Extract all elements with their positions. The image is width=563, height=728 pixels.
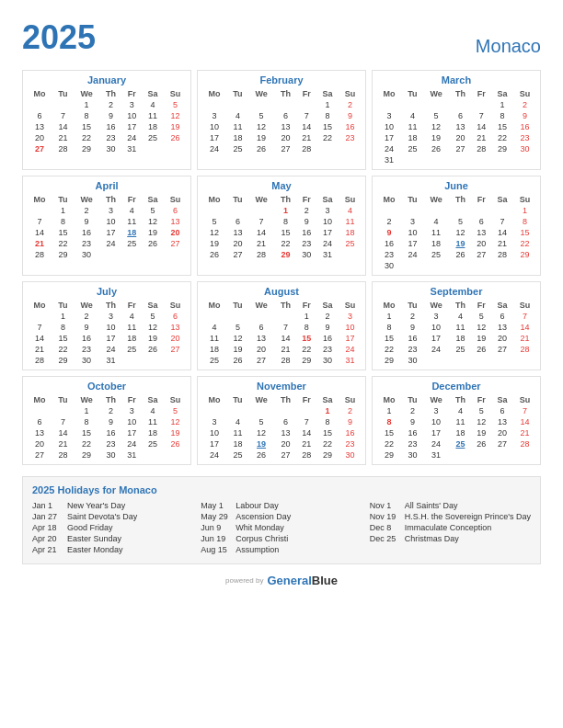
calendar-day: 18: [227, 438, 247, 449]
day-header: Tu: [402, 194, 422, 205]
day-header: We: [248, 194, 275, 205]
calendar-day: [423, 154, 450, 165]
calendar-day: 9: [402, 322, 422, 333]
calendar-day: 4: [423, 216, 450, 227]
calendar-day: [227, 405, 247, 416]
calendar-day: 14: [471, 121, 491, 132]
day-header: We: [74, 300, 100, 311]
calendar-day: 31: [423, 449, 450, 461]
calendar-day: 12: [164, 416, 187, 427]
day-header: Sa: [491, 394, 513, 405]
calendar-day: 3: [376, 110, 402, 121]
calendar-day: 11: [402, 121, 422, 132]
calendar-grid: JanuaryMoTuWeThFrSaSu1234567891011121314…: [22, 70, 541, 465]
month-block-october: OctoberMoTuWeThFrSaSu1234567891011121314…: [22, 376, 191, 465]
day-header: Tu: [227, 194, 247, 205]
calendar-day: 27: [27, 143, 52, 154]
calendar-day: 20: [275, 438, 297, 449]
calendar-day: 9: [402, 416, 422, 427]
holiday-row: Dec 25Christmas Day: [370, 534, 531, 543]
day-header: Su: [513, 194, 536, 205]
calendar-day: 12: [227, 333, 247, 344]
day-header: Fr: [296, 300, 316, 311]
day-header: Su: [339, 194, 362, 205]
holiday-date: Apr 21: [32, 545, 63, 554]
month-table: MoTuWeThFrSaSu12345678910111213141516171…: [201, 194, 362, 260]
calendar-day: 9: [339, 416, 362, 427]
calendar-day: [248, 205, 275, 216]
calendar-day: 25: [121, 344, 142, 355]
calendar-day: 7: [513, 311, 536, 322]
holiday-date: Jan 27: [32, 512, 63, 521]
calendar-day: 30: [402, 449, 422, 461]
calendar-day: [275, 99, 297, 110]
calendar-day: 13: [164, 322, 187, 333]
day-header: Su: [339, 88, 362, 99]
holiday-row: Jun 19Corpus Christi: [201, 534, 362, 543]
calendar-day: 28: [513, 344, 536, 355]
day-header: Tu: [52, 88, 73, 99]
day-header: We: [248, 300, 275, 311]
calendar-day: 26: [201, 249, 227, 260]
calendar-day: 3: [423, 311, 450, 322]
calendar-day: 5: [450, 216, 472, 227]
month-block-september: SeptemberMoTuWeThFrSaSu12345678910111213…: [372, 281, 541, 370]
calendar-day: 10: [376, 121, 402, 132]
calendar-day: 13: [450, 121, 472, 132]
calendar-day: 11: [121, 322, 142, 333]
calendar-day: 10: [316, 216, 339, 227]
month-block-december: DecemberMoTuWeThFrSaSu123456789101112131…: [372, 376, 541, 465]
calendar-day: 27: [491, 344, 513, 355]
calendar-day: [164, 355, 187, 366]
calendar-day: 2: [339, 99, 362, 110]
month-block-march: MarchMoTuWeThFrSaSu123456789101112131415…: [372, 70, 541, 170]
calendar-day: [450, 154, 472, 165]
calendar-day: 6: [248, 322, 275, 333]
calendar-day: 28: [52, 143, 73, 154]
calendar-day: 16: [402, 333, 422, 344]
calendar-day: [471, 99, 491, 110]
calendar-day: [471, 449, 491, 461]
month-title: February: [201, 74, 362, 85]
calendar-day: 3: [339, 311, 362, 322]
calendar-day: 23: [339, 438, 362, 449]
calendar-day: 15: [52, 333, 73, 344]
calendar-day: 24: [339, 344, 362, 355]
holiday-name: Easter Monday: [67, 545, 123, 554]
calendar-day: 1: [296, 311, 316, 322]
calendar-day: [27, 99, 52, 110]
calendar-day: 10: [121, 110, 142, 121]
calendar-day: [471, 205, 491, 216]
day-header: We: [74, 194, 100, 205]
calendar-day: 20: [275, 132, 297, 143]
calendar-day: 16: [339, 121, 362, 132]
day-header: Tu: [402, 300, 422, 311]
calendar-day: 6: [275, 416, 297, 427]
calendar-day: 23: [100, 438, 122, 449]
calendar-day: 16: [74, 333, 100, 344]
calendar-day: [296, 405, 316, 416]
day-header: Th: [450, 394, 472, 405]
calendar-day: 17: [376, 132, 402, 143]
day-header: Su: [164, 88, 187, 99]
day-header: Th: [275, 300, 297, 311]
calendar-day: 30: [402, 355, 422, 366]
holidays-grid: Jan 1New Year's DayJan 27Saint Devota's …: [32, 501, 531, 554]
calendar-day: 11: [201, 333, 227, 344]
calendar-day: 13: [164, 216, 187, 227]
calendar-day: 30: [376, 260, 402, 271]
calendar-day: 27: [164, 238, 187, 249]
calendar-day: [450, 260, 472, 271]
day-header: Tu: [52, 394, 73, 405]
holiday-column: May 1Labour DayMay 29Ascension DayJun 9W…: [201, 501, 362, 554]
calendar-day: 27: [450, 143, 472, 154]
calendar-day: 24: [121, 132, 142, 143]
calendar-day: 14: [52, 121, 73, 132]
calendar-day: 31: [121, 143, 142, 154]
calendar-day: 11: [142, 416, 164, 427]
calendar-day: 3: [316, 205, 339, 216]
calendar-day: 5: [471, 405, 491, 416]
day-header: Fr: [471, 194, 491, 205]
calendar-day: 22: [491, 132, 513, 143]
calendar-day: 10: [402, 227, 422, 238]
